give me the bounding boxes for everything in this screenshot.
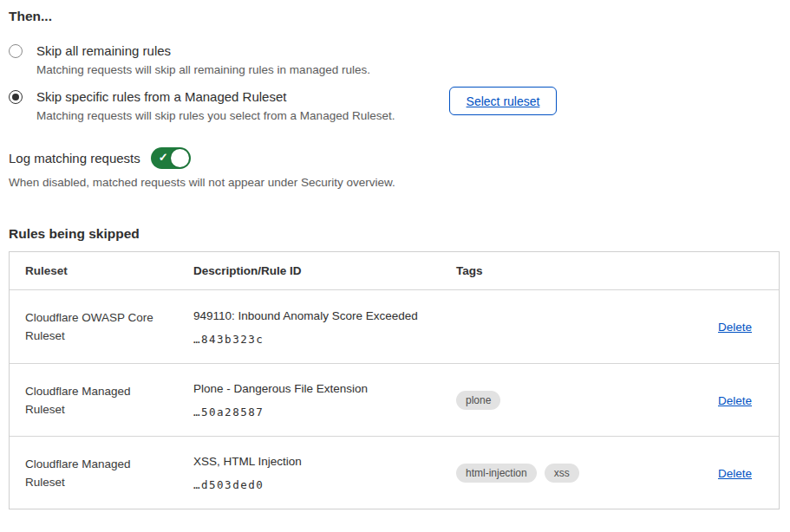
rule-id: …50a28587 <box>193 405 456 418</box>
option-skip-specific-rules[interactable]: Skip specific rules from a Managed Rules… <box>9 89 395 122</box>
column-header-ruleset: Ruleset <box>10 262 193 280</box>
tag-badge: xss <box>545 464 579 483</box>
rule-id: …843b323c <box>193 333 456 346</box>
delete-rule-link[interactable]: Delete <box>718 467 752 480</box>
radio-button-unselected[interactable] <box>9 44 23 58</box>
check-icon: ✓ <box>159 151 168 164</box>
toggle-knob <box>171 149 189 167</box>
rule-description: 949110: Inbound Anomaly Score Exceeded <box>193 308 456 323</box>
log-matching-requests-toggle[interactable]: ✓ <box>151 147 191 169</box>
option-skip-all-remaining-rules[interactable]: Skip all remaining rules Matching reques… <box>9 43 370 76</box>
option-description: Matching requests will skip rules you se… <box>36 109 395 122</box>
select-ruleset-button-label: Select ruleset <box>467 94 540 108</box>
rules-being-skipped-table: Ruleset Description/Rule ID Tags Cloudfl… <box>9 251 780 509</box>
ruleset-name: Cloudflare Managed Ruleset <box>10 455 193 491</box>
ruleset-name: Cloudflare Managed Ruleset <box>10 382 193 418</box>
rule-description: XSS, HTML Injection <box>193 454 456 469</box>
rule-id: …d503ded0 <box>193 478 456 491</box>
radio-button-selected[interactable] <box>9 90 23 104</box>
column-header-tags: Tags <box>456 264 716 277</box>
delete-rule-link[interactable]: Delete <box>718 394 752 407</box>
ruleset-name: Cloudflare OWASP Core Ruleset <box>10 308 193 345</box>
table-row: Cloudflare Managed Ruleset Plone - Dange… <box>10 363 779 436</box>
rule-description: Plone - Dangerous File Extension <box>193 381 456 396</box>
tag-badge: plone <box>456 391 500 410</box>
log-matching-requests-row: Log matching requests ✓ <box>9 147 191 169</box>
option-label: Skip all remaining rules <box>36 43 171 58</box>
tags-cell: html-injection xss <box>456 464 716 483</box>
table-row: Cloudflare Managed Ruleset XSS, HTML Inj… <box>10 436 779 509</box>
then-section-title: Then... <box>9 9 52 24</box>
column-header-description: Description/Rule ID <box>193 264 456 277</box>
option-description: Matching requests will skip all remainin… <box>36 63 370 76</box>
table-row: Cloudflare OWASP Core Ruleset 949110: In… <box>10 290 779 363</box>
log-matching-requests-label: Log matching requests <box>9 151 140 165</box>
rules-being-skipped-title: Rules being skipped <box>9 226 140 242</box>
tag-badge: html-injection <box>456 464 537 483</box>
select-ruleset-button[interactable]: Select ruleset <box>449 87 557 115</box>
table-header-row: Ruleset Description/Rule ID Tags <box>10 252 779 290</box>
waf-rule-config-page: Then... Skip all remaining rules Matchin… <box>0 0 790 532</box>
option-label: Skip specific rules from a Managed Rules… <box>36 89 286 104</box>
log-matching-requests-description: When disabled, matched requests will not… <box>9 176 395 189</box>
delete-rule-link[interactable]: Delete <box>718 321 752 334</box>
tags-cell: plone <box>456 391 716 410</box>
